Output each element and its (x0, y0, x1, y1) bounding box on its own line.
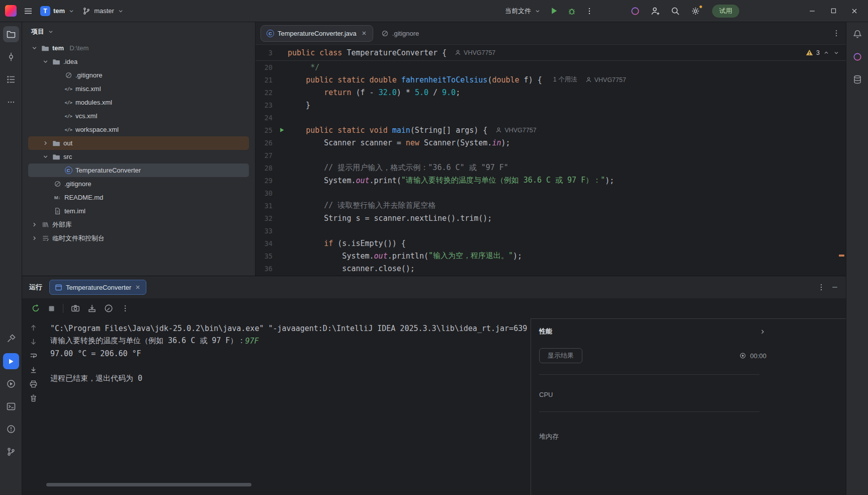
code-line-26[interactable]: 26 Scanner scanner = new Scanner(System.… (255, 136, 846, 149)
search-everywhere-button[interactable] (667, 4, 684, 19)
code-line-35[interactable]: 35 System.out.println("输入为空，程序退出。"); (255, 250, 846, 262)
tab-temperatureconverter-java[interactable]: C TemperatureConverter.java (261, 25, 373, 42)
print-button[interactable] (29, 380, 38, 388)
hide-tool-window-button[interactable] (831, 283, 839, 291)
debug-button[interactable] (563, 4, 580, 19)
snapshot-camera-button[interactable] (71, 304, 80, 313)
code-line-21[interactable]: 21 public static double fahrenheitToCels… (255, 73, 846, 86)
show-results-button[interactable]: 显示结果 (539, 348, 582, 363)
more-run-actions-button[interactable] (581, 4, 597, 19)
error-stripe-mark[interactable] (839, 255, 844, 257)
code-line-34[interactable]: 34 if (s.isEmpty()) { (255, 237, 846, 250)
code-line-30[interactable]: 30 (255, 187, 846, 199)
chevron-right-icon[interactable] (759, 328, 766, 336)
trial-button[interactable]: 试用 (712, 5, 739, 18)
capture-memory-button[interactable] (88, 304, 97, 313)
code-line-32[interactable]: 32 String s = scanner.nextLine().trim(); (255, 212, 846, 224)
code-line-23[interactable]: 23 } (255, 99, 846, 111)
run-options-button[interactable] (817, 283, 826, 292)
inspection-widget[interactable]: 3 (806, 49, 846, 56)
sticky-code-line[interactable]: 3 public class TemperatureConverter {VHV… (255, 45, 846, 61)
code-line-20[interactable]: 20 */ (255, 61, 846, 73)
run-button[interactable] (546, 4, 562, 19)
code-line-29[interactable]: 29 System.out.print("请输入要转换的温度与单位（例如 36.… (255, 174, 846, 187)
clear-console-button[interactable] (29, 394, 38, 402)
editor-options-button[interactable] (832, 29, 841, 38)
code-line-33[interactable]: 33 (255, 224, 846, 237)
app-logo-icon[interactable] (5, 5, 17, 17)
tree-item-vcs.xml[interactable]: </>vcs.xml (28, 109, 249, 123)
close-tab-icon[interactable] (361, 30, 367, 36)
previous-problem-icon[interactable] (823, 49, 830, 56)
main-menu-button[interactable] (20, 4, 37, 19)
tree-item-workspace.xml[interactable]: </>workspace.xml (28, 123, 249, 136)
more-tool-windows-button[interactable] (3, 94, 19, 110)
database-tool-button[interactable] (849, 71, 865, 88)
services-tool-button[interactable] (3, 376, 19, 392)
chevron-down-icon[interactable] (30, 44, 38, 53)
run-tool-button[interactable] (3, 353, 19, 369)
console-more-options-button[interactable] (121, 304, 130, 313)
build-tool-button[interactable] (3, 331, 19, 347)
tree-item-readme.md[interactable]: M↓README.md (28, 191, 249, 204)
notifications-button[interactable] (849, 26, 865, 42)
tree-item-.idea[interactable]: .idea (28, 55, 249, 68)
code-line-31[interactable]: 31 // 读取整行输入并去除首尾空格 (255, 199, 846, 212)
code-editor[interactable]: 20 */21 public static double fahrenheitT… (255, 61, 846, 276)
tree-item-temperatureconverter[interactable]: CTemperatureConverter (28, 163, 249, 177)
code-line-27[interactable]: 27 (255, 149, 846, 161)
tree-item-modules.xml[interactable]: </>modules.xml (28, 96, 249, 109)
close-button[interactable] (846, 4, 863, 19)
scroll-up-button[interactable] (29, 323, 38, 332)
maximize-button[interactable] (825, 4, 842, 19)
scroll-down-button[interactable] (29, 338, 38, 346)
soft-wrap-button[interactable] (29, 352, 38, 360)
scroll-to-end-button[interactable] (29, 366, 38, 374)
code-line-28[interactable]: 28 // 提示用户输入，格式示例："36.6 C" 或 "97 F" (255, 161, 846, 174)
vcs-branch-button[interactable]: master (78, 4, 128, 19)
tree-item--[interactable]: 临时文件和控制台 (28, 231, 249, 245)
horizontal-scrollbar[interactable] (46, 483, 251, 486)
chevron-right-icon[interactable] (30, 220, 38, 229)
close-tab-icon[interactable] (135, 284, 141, 290)
tree-item-misc.xml[interactable]: </>misc.xml (28, 82, 249, 96)
ai-assistant-button[interactable] (627, 4, 644, 19)
settings-button[interactable] (687, 4, 704, 19)
run-line-button[interactable] (276, 127, 288, 133)
chevron-down-icon[interactable] (41, 152, 49, 161)
commit-tool-button[interactable] (3, 49, 19, 65)
chevron-down-icon[interactable] (41, 57, 49, 66)
chevron-right-icon[interactable] (41, 139, 49, 148)
code-line-36[interactable]: 36 scanner.close(); (255, 262, 846, 275)
rerun-button[interactable] (31, 304, 40, 313)
terminal-tool-button[interactable] (3, 398, 19, 415)
tree-item--[interactable]: 外部库 (28, 218, 249, 231)
tab-gitignore[interactable]: .gitignore (375, 25, 425, 42)
console-output[interactable]: "C:\Program Files\Java\jdk-25.0.2\bin\ja… (44, 318, 531, 495)
person-icon (585, 76, 592, 83)
tree-item-tem.iml[interactable]: tem.iml (28, 204, 249, 218)
tree-item-src[interactable]: src (28, 150, 249, 163)
code-line-25[interactable]: 25 public static void main(String[] args… (255, 124, 846, 136)
tree-item-out[interactable]: out (28, 136, 249, 150)
code-line-22[interactable]: 22 return (f - 32.0) * 5.0 / 9.0; (255, 86, 846, 99)
problems-tool-button[interactable] (3, 421, 19, 437)
tree-item-tem[interactable]: temD:\tem (28, 41, 249, 55)
project-widget[interactable]: T tem (37, 4, 78, 19)
next-problem-icon[interactable] (833, 49, 840, 56)
run-config-selector[interactable]: 当前文件 (501, 4, 545, 19)
chevron-right-icon[interactable] (30, 234, 38, 243)
git-tool-button[interactable] (3, 444, 19, 460)
run-tab-temperatureconverter[interactable]: TemperatureConverter (49, 280, 146, 295)
edit-configuration-button[interactable] (104, 304, 113, 313)
code-with-me-button[interactable] (647, 4, 664, 19)
ai-assistant-tool-button[interactable] (849, 49, 865, 65)
project-panel-header[interactable]: 项目 (22, 22, 255, 41)
tree-item-.gitignore[interactable]: .gitignore (28, 177, 249, 191)
code-line-24[interactable]: 24 (255, 111, 846, 124)
tree-item-.gitignore[interactable]: .gitignore (28, 68, 249, 82)
project-tool-button[interactable] (3, 26, 19, 42)
stop-button[interactable] (48, 305, 55, 312)
minimize-button[interactable] (804, 4, 821, 19)
structure-tool-button[interactable] (3, 71, 19, 88)
